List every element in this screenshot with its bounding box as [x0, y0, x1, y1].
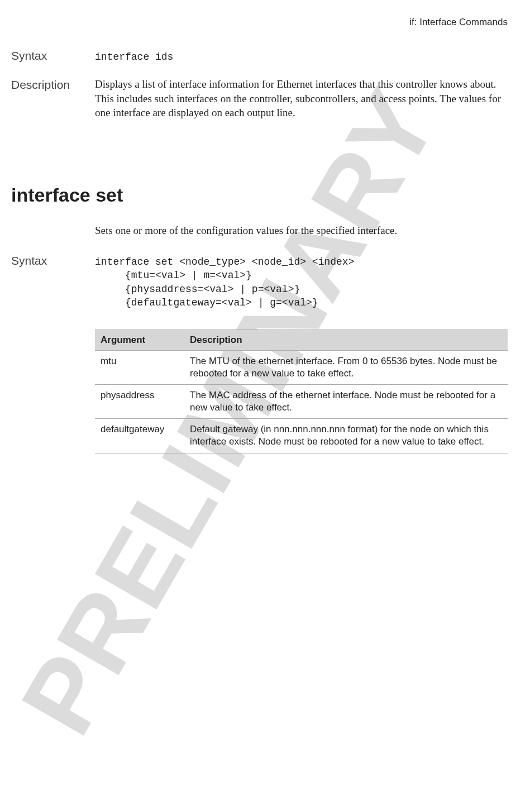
syntax-code-1: interface ids [95, 50, 508, 64]
arg-desc: Default gateway (in nnn.nnn.nnn.nnn form… [184, 419, 508, 453]
arg-name: mtu [95, 351, 184, 385]
table-header-row: Argument Description [95, 330, 508, 351]
table-header-description: Description [184, 330, 508, 351]
syntax-code-2: interface set <node_type> <node_id> <ind… [95, 255, 508, 309]
arguments-table: Argument Description mtu The MTU of the … [95, 329, 508, 453]
running-header: if: Interface Commands [409, 17, 508, 28]
arg-name: physaddress [95, 385, 184, 419]
syntax-label-2: Syntax [11, 254, 89, 268]
table-header-argument: Argument [95, 330, 184, 351]
section-heading: interface set [11, 184, 123, 206]
description-text: Displays a list of interface information… [95, 78, 501, 118]
description-label: Description [11, 78, 89, 92]
arg-name: defaultgateway [95, 419, 184, 453]
arg-desc: The MAC address of the ethernet interfac… [184, 385, 508, 419]
syntax-label-1: Syntax [11, 49, 89, 63]
table-row: physaddress The MAC address of the ether… [95, 385, 508, 419]
table-row: mtu The MTU of the ethernet interface. F… [95, 351, 508, 385]
section-intro: Sets one or more of the configuration va… [95, 225, 397, 236]
arg-desc: The MTU of the ethernet interface. From … [184, 351, 508, 385]
table-row: defaultgateway Default gateway (in nnn.n… [95, 419, 508, 453]
